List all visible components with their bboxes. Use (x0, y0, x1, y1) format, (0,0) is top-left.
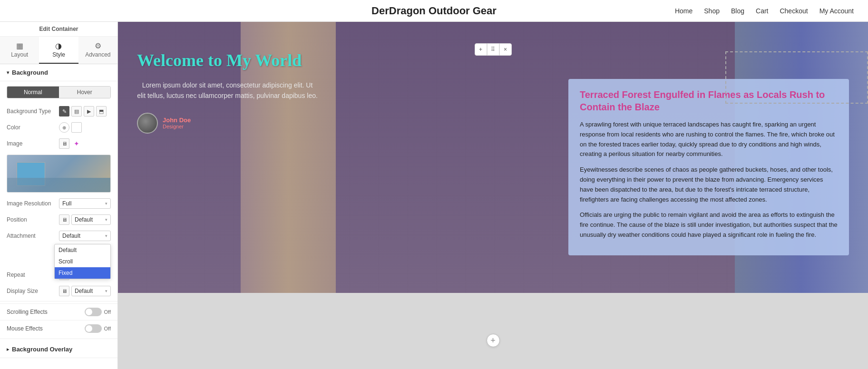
display-size-chevron-icon: ▾ (105, 289, 107, 293)
attachment-option-fixed[interactable]: Fixed (55, 267, 110, 279)
bg-type-slideshow-icon[interactable]: ⬒ (96, 106, 107, 117)
background-arrow-icon: ▾ (7, 70, 9, 75)
image-resolution-label: Image Resolution (7, 200, 59, 207)
bg-type-row: Background Type ✎ ▤ ▶ ⬒ (0, 103, 117, 119)
hero-right-col: Terraced Forest Engulfed in Flames as Lo… (568, 79, 849, 255)
mouse-effects-switch[interactable] (85, 324, 102, 333)
attachment-option-default[interactable]: Default (55, 244, 110, 256)
author-role: Designer (163, 124, 191, 129)
mouse-effects-label: Mouse Effects (7, 325, 85, 332)
state-tab-hover[interactable]: Hover (59, 87, 111, 98)
main-layout: Edit Container ▦ Layout ◑ Style ⚙ Advanc… (0, 22, 868, 369)
scrolling-effects-row: Scrolling Effects Off (0, 303, 117, 320)
article-title: Terraced Forest Engulfed in Flames as Lo… (580, 88, 838, 113)
article-para-2: Eyewitnesses describe scenes of chaos as… (580, 165, 838, 204)
image-monitor-icon[interactable]: 🖥 (59, 138, 69, 149)
canvas-area: + ⠿ × Welcome to My World Lorem ipsum do… (118, 22, 868, 369)
left-panel: Edit Container ▦ Layout ◑ Style ⚙ Advanc… (0, 22, 118, 369)
bottom-section: + (118, 293, 868, 369)
image-resolution-row: Image Resolution Full ▾ (0, 195, 117, 212)
bg-type-gradient-icon[interactable]: ▤ (71, 106, 82, 117)
mouse-effects-toggle[interactable]: Off (85, 324, 111, 333)
repeat-label: Repeat (7, 272, 59, 278)
bg-type-label: Background Type (7, 108, 59, 115)
bg-type-solid-icon[interactable]: ✎ (59, 106, 69, 117)
bg-type-video-icon[interactable]: ▶ (84, 106, 94, 117)
scrolling-effects-toggle-text: Off (104, 309, 111, 315)
position-control: 🖥 Default ▾ (59, 214, 111, 225)
color-row: Color ⊕ (0, 119, 117, 136)
divider-1 (0, 301, 117, 301)
scrolling-effects-toggle[interactable]: Off (85, 308, 111, 316)
bg-type-control: ✎ ▤ ▶ ⬒ (59, 106, 111, 117)
display-size-label: Display Size (7, 288, 59, 294)
layout-icon: ▦ (0, 41, 39, 50)
panel-title: Edit Container (0, 22, 117, 37)
image-resolution-select[interactable]: Full ▾ (59, 198, 111, 209)
nav-home[interactable]: Home (675, 7, 692, 15)
nav-shop[interactable]: Shop (704, 7, 720, 15)
handle-move-btn[interactable]: ⠿ (487, 43, 499, 56)
element-handle: + ⠿ × (475, 43, 512, 56)
author-name: John Doe (163, 117, 191, 124)
tab-layout[interactable]: ▦ Layout (0, 37, 39, 64)
scrolling-effects-label: Scrolling Effects (7, 309, 85, 315)
color-global-btn[interactable]: ⊕ (59, 122, 69, 133)
chevron-down-icon: ▾ (105, 201, 107, 206)
display-size-monitor-icon[interactable]: 🖥 (59, 286, 69, 296)
attachment-option-scroll[interactable]: Scroll (55, 256, 110, 267)
position-chevron-icon: ▾ (105, 217, 107, 222)
image-upload-icon[interactable]: ✦ (71, 138, 82, 149)
tab-advanced[interactable]: ⚙ Advanced (78, 37, 117, 64)
position-monitor-icon[interactable]: 🖥 (59, 214, 69, 225)
handle-close-btn[interactable]: × (499, 43, 512, 56)
attachment-chevron-icon: ▾ (105, 233, 107, 238)
display-size-row: Display Size 🖥 Default ▾ (0, 283, 117, 299)
nav-checkout[interactable]: Checkout (780, 7, 808, 15)
image-preview (7, 155, 111, 193)
article-body: A sprawling forest with unique terraced … (580, 120, 838, 240)
scrolling-effects-switch[interactable] (85, 308, 102, 316)
color-label: Color (7, 124, 59, 131)
hero-left-col: Welcome to My World Lorem ipsum dolor si… (137, 50, 318, 134)
hero-content: Welcome to My World Lorem ipsum dolor si… (118, 22, 868, 293)
divider-2 (0, 339, 117, 339)
attachment-select[interactable]: Default ▾ (59, 231, 111, 241)
add-section-button[interactable]: + (487, 334, 500, 347)
handle-add-btn[interactable]: + (475, 43, 487, 56)
state-tab-normal[interactable]: Normal (7, 87, 59, 98)
nav-links: Home Shop Blog Cart Checkout My Account (675, 7, 854, 15)
hero-author: John Doe Designer (137, 113, 318, 134)
attachment-row: Attachment Default ▾ Default Scroll Fixe… (0, 228, 117, 244)
hero-section: + ⠿ × Welcome to My World Lorem ipsum do… (118, 22, 868, 293)
top-nav: DerDragon Outdoor Gear Home Shop Blog Ca… (0, 0, 868, 22)
avatar (137, 113, 158, 134)
site-logo: DerDragon Outdoor Gear (371, 5, 497, 17)
hero-subtitle: Lorem ipsum dolor sit amet, consectetur … (137, 80, 318, 101)
position-label: Position (7, 216, 59, 223)
color-swatch[interactable] (71, 122, 82, 133)
nav-myaccount[interactable]: My Account (819, 7, 854, 15)
display-size-control: 🖥 Default ▾ (59, 286, 111, 296)
nav-blog[interactable]: Blog (731, 7, 744, 15)
image-label: Image (7, 140, 59, 147)
attachment-label: Attachment (7, 233, 59, 239)
position-select[interactable]: Default ▾ (71, 214, 111, 225)
display-size-select[interactable]: Default ▾ (71, 286, 111, 296)
image-resolution-control: Full ▾ (59, 198, 111, 209)
image-row: Image 🖥 ✦ (0, 136, 117, 152)
bg-overlay-arrow-icon: ▸ (7, 347, 9, 352)
author-info: John Doe Designer (163, 117, 191, 129)
mouse-effects-row: Mouse Effects Off (0, 320, 117, 337)
bg-overlay-section-title[interactable]: ▸ Background Overlay (0, 341, 117, 358)
panel-tabs: ▦ Layout ◑ Style ⚙ Advanced (0, 37, 117, 64)
background-section-title[interactable]: ▾ Background (0, 64, 117, 81)
state-tabs: Normal Hover (7, 86, 111, 98)
color-control: ⊕ (59, 122, 111, 133)
tab-style[interactable]: ◑ Style (39, 37, 78, 64)
advanced-icon: ⚙ (78, 41, 117, 50)
mouse-effects-toggle-text: Off (104, 326, 111, 331)
nav-cart[interactable]: Cart (756, 7, 768, 15)
attachment-control: Default ▾ (59, 231, 111, 241)
article-para-1: A sprawling forest with unique terraced … (580, 120, 838, 159)
